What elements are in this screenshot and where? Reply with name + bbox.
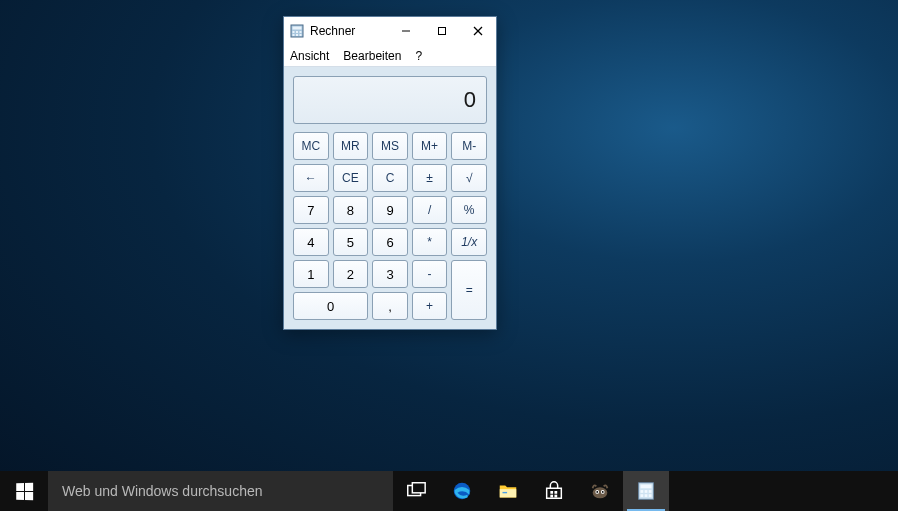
svg-point-25 <box>602 491 604 493</box>
keypad: MC MR MS M+ M- ← CE C ± √ 7 8 9 / % 4 5 … <box>293 132 487 320</box>
svg-rect-19 <box>550 495 553 498</box>
key-9[interactable]: 9 <box>372 196 408 224</box>
key-8[interactable]: 8 <box>333 196 369 224</box>
task-area <box>393 471 898 511</box>
key-1[interactable]: 1 <box>293 260 329 288</box>
svg-rect-17 <box>550 491 553 494</box>
key-subtract[interactable]: - <box>412 260 448 288</box>
key-7[interactable]: 7 <box>293 196 329 224</box>
svg-rect-16 <box>503 492 508 493</box>
calculator-window: Rechner Ansicht Bearbeiten ? 0 MC MR <box>283 16 497 330</box>
close-button[interactable] <box>460 17 496 45</box>
key-sqrt[interactable]: √ <box>451 164 487 192</box>
key-3[interactable]: 3 <box>372 260 408 288</box>
taskbar: Web und Windows durchsuchen <box>0 471 898 511</box>
key-c[interactable]: C <box>372 164 408 192</box>
taskbar-calculator[interactable] <box>623 471 669 511</box>
svg-rect-31 <box>641 494 644 497</box>
key-reciprocal-label: 1/x <box>461 235 477 249</box>
key-2[interactable]: 2 <box>333 260 369 288</box>
key-mplus[interactable]: M+ <box>412 132 448 160</box>
svg-rect-30 <box>649 490 652 493</box>
svg-rect-18 <box>554 491 557 494</box>
key-mr[interactable]: MR <box>333 132 369 160</box>
key-4[interactable]: 4 <box>293 228 329 256</box>
key-decimal[interactable]: , <box>372 292 408 320</box>
key-mc[interactable]: MC <box>293 132 329 160</box>
calculator-body: 0 MC MR MS M+ M- ← CE C ± √ 7 8 9 / % 4 … <box>284 67 496 329</box>
svg-rect-4 <box>300 31 302 33</box>
svg-rect-5 <box>293 34 295 36</box>
calculator-icon <box>290 24 304 38</box>
maximize-button[interactable] <box>424 17 460 45</box>
search-placeholder: Web und Windows durchsuchen <box>62 483 263 499</box>
display: 0 <box>293 76 487 124</box>
key-6[interactable]: 6 <box>372 228 408 256</box>
svg-rect-3 <box>296 31 298 33</box>
window-title: Rechner <box>310 24 388 38</box>
key-equals[interactable]: = <box>451 260 487 320</box>
key-multiply[interactable]: * <box>412 228 448 256</box>
display-value: 0 <box>464 87 476 113</box>
svg-rect-33 <box>649 494 652 497</box>
svg-rect-7 <box>300 34 302 36</box>
svg-rect-29 <box>645 490 648 493</box>
key-backspace[interactable]: ← <box>293 164 329 192</box>
key-percent[interactable]: % <box>451 196 487 224</box>
svg-point-21 <box>593 487 608 498</box>
menu-edit[interactable]: Bearbeiten <box>343 49 401 63</box>
start-button[interactable] <box>0 471 48 511</box>
svg-rect-1 <box>293 27 302 30</box>
key-5[interactable]: 5 <box>333 228 369 256</box>
key-0[interactable]: 0 <box>293 292 368 320</box>
search-input[interactable]: Web und Windows durchsuchen <box>48 471 393 511</box>
svg-rect-20 <box>554 495 557 498</box>
key-add[interactable]: + <box>412 292 448 320</box>
taskbar-edge[interactable] <box>439 471 485 511</box>
taskbar-gimp[interactable] <box>577 471 623 511</box>
svg-rect-9 <box>439 28 446 35</box>
desktop: Rechner Ansicht Bearbeiten ? 0 MC MR <box>0 0 898 511</box>
svg-rect-6 <box>296 34 298 36</box>
menubar: Ansicht Bearbeiten ? <box>284 45 496 67</box>
taskbar-store[interactable] <box>531 471 577 511</box>
svg-rect-2 <box>293 31 295 33</box>
menu-view[interactable]: Ansicht <box>290 49 329 63</box>
key-ce[interactable]: CE <box>333 164 369 192</box>
windows-icon <box>16 482 33 499</box>
key-mminus[interactable]: M- <box>451 132 487 160</box>
taskbar-file-explorer[interactable] <box>485 471 531 511</box>
svg-rect-27 <box>641 485 652 489</box>
key-negate[interactable]: ± <box>412 164 448 192</box>
menu-help[interactable]: ? <box>415 49 422 63</box>
minimize-button[interactable] <box>388 17 424 45</box>
svg-rect-15 <box>500 489 517 497</box>
svg-rect-13 <box>412 483 425 493</box>
svg-point-24 <box>596 491 598 493</box>
svg-rect-28 <box>641 490 644 493</box>
key-divide[interactable]: / <box>412 196 448 224</box>
svg-rect-32 <box>645 494 648 497</box>
key-ms[interactable]: MS <box>372 132 408 160</box>
titlebar[interactable]: Rechner <box>284 17 496 45</box>
key-reciprocal[interactable]: 1/x <box>451 228 487 256</box>
task-view-button[interactable] <box>393 471 439 511</box>
